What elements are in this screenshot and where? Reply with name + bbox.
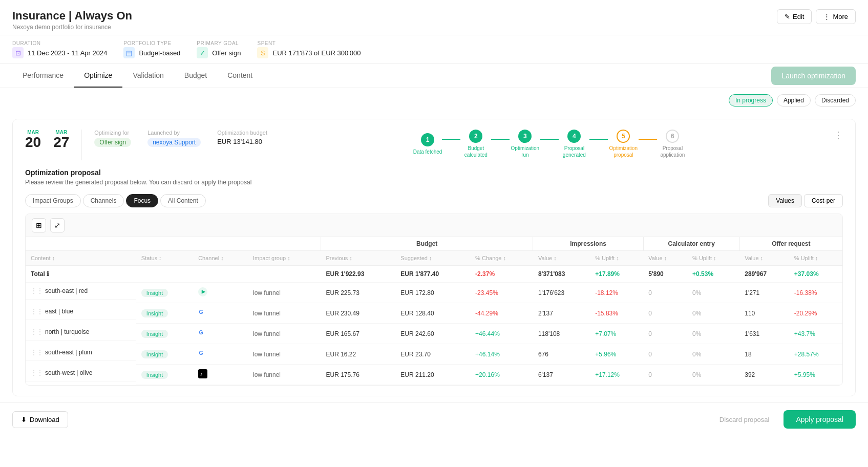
cell-change: -23.45% — [470, 283, 533, 303]
step-label-6: Proposal application — [657, 145, 688, 158]
more-button[interactable]: ⋮ More — [816, 9, 856, 24]
info-budget: Optimization budget EUR 13'141.80 — [217, 130, 267, 147]
card-menu-button[interactable]: ⋮ — [834, 130, 843, 141]
total-row: Total ℹ EUR 1'922.93 EUR 1'877.40 -2.37%… — [26, 266, 842, 283]
cell-calc-uplift: 0% — [687, 344, 739, 365]
optimizing-for-value: Offer sign — [94, 138, 131, 147]
svg-text:G: G — [199, 329, 203, 335]
total-status — [136, 266, 193, 283]
cell-impact-group: low funnel — [248, 283, 321, 303]
cell-previous: EUR 175.76 — [321, 365, 395, 385]
cell-imp-uplift: -18.12% — [590, 283, 643, 303]
apply-proposal-button[interactable]: Apply proposal — [784, 410, 856, 429]
drag-handle-icon: ⋮⋮ — [31, 328, 43, 335]
filter-all-content[interactable]: All Content — [160, 194, 206, 207]
step-4: 4 Proposal generated — [559, 130, 589, 158]
edit-button[interactable]: ✎ Edit — [777, 9, 812, 24]
status-applied[interactable]: Applied — [777, 94, 811, 107]
footer-bar: ⬇ Download Discard proposal Apply propos… — [0, 402, 868, 436]
status-bar: In progress Applied Discarded — [0, 88, 868, 113]
col-impact-group: Impact group ↕ — [248, 251, 321, 266]
edit-icon: ✎ — [785, 13, 790, 20]
cell-channel: G — [193, 303, 248, 324]
status-discarded[interactable]: Discarded — [815, 94, 856, 107]
cell-channel — [193, 283, 248, 303]
step-circle-5: 5 — [617, 130, 630, 143]
filter-focus[interactable]: Focus — [126, 194, 158, 207]
filter-impact-groups[interactable]: Impact Groups — [25, 194, 81, 207]
portfolio-icon: ▤ — [123, 47, 135, 58]
step-label-4: Proposal generated — [559, 145, 589, 158]
cell-previous: EUR 230.49 — [321, 303, 395, 324]
step-circle-2: 2 — [469, 130, 482, 143]
total-calc-value: 5'890 — [643, 266, 687, 283]
step-label-2: Budget calculated — [460, 145, 491, 158]
top-actions: ✎ Edit ⋮ More — [777, 9, 856, 24]
view-cost-per-button[interactable]: Cost-per — [804, 194, 843, 207]
column-group-header: Budget Impressions Calculator entry Offe… — [26, 237, 842, 251]
page-title: Insurance | Always On — [12, 9, 132, 23]
duration-label: DURATION — [12, 40, 107, 46]
cell-channel: G — [193, 324, 248, 344]
step-label-5: Optimization proposal — [608, 145, 639, 158]
total-imp-value: 8'371'083 — [533, 266, 590, 283]
tab-budget[interactable]: Budget — [174, 64, 217, 88]
cell-imp-value: 118'108 — [533, 324, 590, 344]
budget-label: Optimization budget — [217, 130, 267, 136]
step-6: 6 Proposal application — [657, 130, 688, 158]
cell-suggested: EUR 23.70 — [395, 344, 470, 365]
proposal-section: MAR 20 MAR 27 Optimizing for Offer sign … — [0, 113, 868, 402]
cell-drag: ⋮⋮ south-east | plum — [26, 344, 136, 361]
cell-imp-uplift: +17.12% — [590, 365, 643, 385]
tab-content[interactable]: Content — [217, 64, 263, 88]
svg-text:G: G — [199, 350, 203, 356]
cell-offer-value: 392 — [739, 365, 789, 385]
main-tabs: Performance Optimize Validation Budget C… — [12, 64, 263, 88]
primary-goal-label: PRIMARY GOAL — [197, 40, 241, 46]
cell-drag: ⋮⋮ south-west | olive — [26, 365, 136, 381]
cell-suggested: EUR 242.60 — [395, 324, 470, 344]
download-icon: ⬇ — [21, 416, 27, 423]
budget-value: EUR 13'141.80 — [217, 138, 262, 145]
table-row: ⋮⋮ south-east | red Insight low funnel E… — [26, 283, 842, 303]
col-content: Content ↕ — [26, 251, 136, 266]
primary-goal-value: Offer sign — [212, 49, 241, 57]
table-expand-button[interactable]: ⤢ — [50, 218, 65, 232]
info-launched-by: Launched by nexoya Support — [147, 130, 201, 147]
discard-proposal-button[interactable]: Discard proposal — [711, 410, 778, 429]
table-columns-button[interactable]: ⊞ — [32, 218, 46, 232]
cell-offer-value: 1'271 — [739, 283, 789, 303]
date-box-2: MAR 27 — [53, 130, 69, 150]
filter-channels[interactable]: Channels — [83, 194, 124, 207]
tab-performance[interactable]: Performance — [12, 64, 74, 88]
card-left: MAR 20 MAR 27 Optimizing for Offer sign … — [25, 130, 267, 160]
tab-optimize[interactable]: Optimize — [74, 64, 122, 88]
info-optimizing-for: Optimizing for Offer sign — [94, 130, 131, 147]
view-values-button[interactable]: Values — [768, 194, 802, 207]
step-circle-1: 1 — [421, 133, 434, 146]
step-line-3 — [540, 139, 559, 140]
launch-optimization-button[interactable]: Launch optimization — [771, 67, 856, 85]
total-channel — [193, 266, 248, 283]
cell-calc-value: 0 — [643, 344, 687, 365]
col-group-empty — [26, 237, 321, 251]
launched-by-label: Launched by — [147, 130, 201, 136]
tab-validation[interactable]: Validation — [122, 64, 174, 88]
duration-value: 11 Dec 2023 - 11 Apr 2024 — [28, 49, 107, 57]
cell-previous: EUR 225.73 — [321, 283, 395, 303]
cell-suggested: EUR 172.80 — [395, 283, 470, 303]
step-line-1 — [442, 139, 460, 140]
download-button[interactable]: ⬇ Download — [12, 411, 68, 428]
cell-imp-value: 1'176'623 — [533, 283, 590, 303]
cell-status: Insight — [136, 303, 193, 324]
total-label: Total ℹ — [26, 266, 136, 283]
col-status: Status ↕ — [136, 251, 193, 266]
status-in-progress[interactable]: In progress — [729, 94, 773, 107]
cell-drag: ⋮⋮ east | blue — [26, 303, 136, 320]
cell-imp-uplift: -15.83% — [590, 303, 643, 324]
data-table-wrap: ⊞ ⤢ Budget Impressions Calculator entry … — [25, 214, 843, 386]
cell-calc-uplift: 0% — [687, 324, 739, 344]
card-info: Optimizing for Offer sign Launched by ne… — [94, 130, 267, 147]
proposal-card: MAR 20 MAR 27 Optimizing for Offer sign … — [12, 119, 856, 396]
col-previous: Previous ↕ — [321, 251, 395, 266]
